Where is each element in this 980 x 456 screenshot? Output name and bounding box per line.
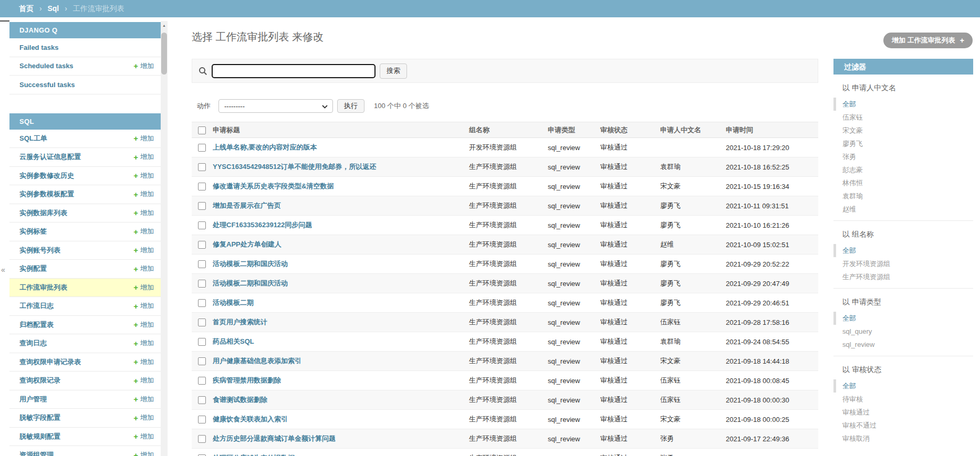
row-checkbox[interactable] [198, 144, 206, 152]
request-title-link[interactable]: 处方历史部分退款商城订单金额计算问题 [213, 434, 336, 442]
request-title-link[interactable]: 活动模板二期和国庆活动 [213, 279, 288, 287]
filter-option-link[interactable]: 全部 [842, 100, 856, 108]
sidebar-model-link[interactable]: SQL工单 [19, 134, 133, 143]
request-title-link[interactable]: 上线单名称,要改的内容对应的版本 [213, 143, 317, 151]
row-checkbox[interactable] [198, 260, 206, 268]
filter-option[interactable]: 审核取消 [833, 432, 973, 445]
sidebar-model-link[interactable]: 查询日志 [19, 338, 133, 348]
filter-option-link[interactable]: 审核通过 [842, 408, 870, 416]
filter-option[interactable]: 全部 [833, 312, 973, 325]
filter-option[interactable]: sql_review [833, 338, 973, 351]
row-checkbox[interactable] [198, 241, 206, 249]
request-title-link[interactable]: 修复APP处方单创建人 [213, 240, 282, 248]
sidebar-model-link[interactable]: 工作流审批列表 [19, 283, 133, 292]
breadcrumb-home-link[interactable]: 首页 [19, 4, 34, 13]
filter-option-link[interactable]: 廖勇飞 [842, 140, 863, 147]
sidebar-collapse-toggle[interactable]: « [1, 266, 5, 274]
filter-option[interactable]: 审核不通过 [833, 419, 973, 432]
search-input[interactable] [212, 64, 376, 78]
sidebar-model-link[interactable]: 查询权限申请记录表 [19, 357, 133, 367]
filter-option-link[interactable]: 张勇 [842, 153, 856, 161]
filter-option-link[interactable]: 待审核 [842, 395, 863, 403]
request-title-link[interactable]: 活动模板二期 [213, 299, 254, 306]
sidebar-model-link[interactable]: 实例参数模板配置 [19, 189, 133, 199]
sidebar-model-link[interactable]: 归档配置表 [19, 320, 133, 330]
sidebar-add-link[interactable]: + 增加 [133, 395, 154, 404]
scrollbar-thumb[interactable] [161, 33, 167, 75]
sidebar-model-link[interactable]: Scheduled tasks [19, 62, 133, 70]
filter-option[interactable]: 彭志豪 [833, 163, 973, 176]
row-checkbox[interactable] [198, 280, 206, 288]
filter-option-link[interactable]: 生产环境资源组 [842, 273, 890, 281]
row-checkbox[interactable] [198, 338, 206, 346]
row-checkbox[interactable] [198, 416, 206, 423]
row-checkbox[interactable] [198, 183, 206, 190]
sidebar-add-link[interactable]: + 增加 [133, 246, 154, 255]
filter-option-link[interactable]: sql_review [842, 341, 874, 348]
request-title-link[interactable]: 增加是否展示在广告页 [213, 202, 281, 209]
request-title-link[interactable]: 食谱测试数据删除 [213, 396, 267, 404]
sidebar-model-link[interactable]: 实例配置 [19, 264, 133, 273]
column-header[interactable]: 申请时间 [726, 125, 818, 135]
row-checkbox[interactable] [198, 319, 206, 326]
row-checkbox[interactable] [198, 299, 206, 307]
row-checkbox[interactable] [198, 377, 206, 385]
sidebar-add-link[interactable]: + 增加 [133, 189, 154, 199]
sidebar-add-link[interactable]: + 增加 [133, 376, 154, 385]
filter-option[interactable]: 全部 [833, 379, 973, 393]
filter-option[interactable]: 全部 [833, 244, 973, 257]
sidebar-model-link[interactable]: 实例标签 [19, 227, 133, 236]
sidebar-model-link[interactable]: Failed tasks [19, 44, 154, 51]
filter-option[interactable]: 伍家钰 [833, 111, 973, 124]
breadcrumb-section-link[interactable]: Sql [47, 4, 59, 13]
sidebar-model-link[interactable]: Successful tasks [19, 81, 154, 89]
sidebar-model-link[interactable]: 实例参数修改历史 [19, 171, 133, 181]
filter-option[interactable]: 宋文豪 [833, 124, 973, 137]
filter-option-link[interactable]: 开发环境资源组 [842, 260, 890, 268]
select-all-checkbox[interactable] [198, 126, 206, 134]
column-header[interactable]: 组名称 [469, 125, 548, 135]
sidebar-add-link[interactable]: + 增加 [133, 227, 154, 236]
sidebar-model-link[interactable]: 工作流日志 [19, 301, 133, 311]
sidebar-add-link[interactable]: + 增加 [133, 283, 154, 292]
sidebar-add-link[interactable]: + 增加 [133, 320, 154, 330]
sidebar-add-link[interactable]: + 增加 [133, 61, 154, 71]
sidebar-model-link[interactable]: 查询权限记录 [19, 376, 133, 385]
filter-option[interactable]: 待审核 [833, 393, 973, 406]
execute-button[interactable]: 执行 [337, 99, 364, 113]
search-button[interactable]: 搜索 [380, 63, 407, 79]
request-title-link[interactable]: 活动模板二期和国庆活动 [213, 260, 288, 268]
filter-option-link[interactable]: 全部 [842, 382, 856, 390]
row-checkbox[interactable] [198, 163, 206, 171]
sidebar-model-link[interactable]: 实例账号列表 [19, 246, 133, 255]
sidebar-model-link[interactable]: 资源组管理 [19, 450, 133, 456]
column-header[interactable]: 申请人中文名 [660, 125, 726, 135]
row-checkbox[interactable] [198, 221, 206, 229]
row-checkbox[interactable] [198, 435, 206, 443]
request-title-link[interactable]: 疾病管理禁用数据删除 [213, 376, 281, 384]
sidebar-add-link[interactable]: + 增加 [133, 413, 154, 422]
filter-option[interactable]: 生产环境资源组 [833, 270, 973, 283]
sidebar-add-link[interactable]: + 增加 [133, 338, 154, 348]
filter-option[interactable]: 开发环境资源组 [833, 257, 973, 270]
column-header[interactable]: 审核状态 [600, 125, 660, 135]
filter-option-link[interactable]: 审核不通过 [842, 421, 877, 429]
filter-option-link[interactable]: 伍家钰 [842, 113, 863, 121]
sidebar-add-link[interactable]: + 增加 [133, 301, 154, 311]
row-checkbox[interactable] [198, 396, 206, 404]
filter-option[interactable]: 审核通过 [833, 406, 973, 419]
filter-option-link[interactable]: 彭志豪 [842, 166, 863, 174]
scrollbar-up-arrow-icon[interactable]: ▲ [161, 21, 168, 29]
sidebar-add-link[interactable]: + 增加 [133, 264, 154, 273]
request-title-link[interactable]: 用户健康基础信息表添加索引 [213, 357, 301, 365]
filter-option-link[interactable]: 全部 [842, 314, 856, 322]
sidebar-model-link[interactable]: 脱敏规则配置 [19, 432, 133, 441]
column-header[interactable]: 申请类型 [548, 125, 600, 135]
request-title-link[interactable]: 修改邀请关系历史表字段类型&清空数据 [213, 182, 333, 190]
request-title-link[interactable]: 首页用户搜索统计 [213, 318, 267, 326]
sidebar-add-link[interactable]: + 增加 [133, 432, 154, 441]
filter-option-link[interactable]: sql_query [842, 327, 872, 335]
sidebar-add-link[interactable]: + 增加 [133, 134, 154, 143]
column-header[interactable]: 申请标题 [213, 125, 469, 135]
filter-option-link[interactable]: 林伟恒 [842, 179, 863, 187]
